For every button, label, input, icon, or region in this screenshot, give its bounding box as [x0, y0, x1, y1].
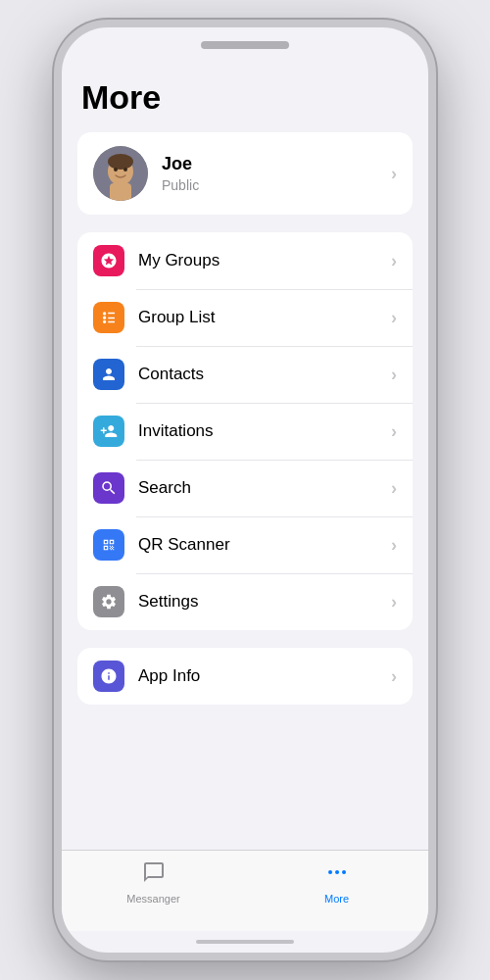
qr-scanner-label: QR Scanner	[138, 535, 383, 555]
invitations-chevron: ›	[391, 421, 397, 442]
search-icon	[93, 472, 124, 504]
profile-card: Joe Public ›	[77, 132, 413, 215]
menu-item-qr-scanner[interactable]: QR Scanner›	[77, 516, 413, 573]
menu-item-my-groups[interactable]: My Groups›	[77, 232, 413, 289]
svg-point-4	[114, 168, 118, 172]
tab-messanger-label: Messanger	[126, 893, 179, 905]
settings-chevron: ›	[391, 592, 397, 612]
svg-point-7	[335, 870, 339, 874]
avatar	[93, 146, 148, 201]
main-content: More	[62, 71, 428, 850]
profile-row[interactable]: Joe Public ›	[77, 132, 413, 215]
menu-item-invitations[interactable]: Invitations›	[77, 403, 413, 460]
svg-point-5	[123, 168, 127, 172]
tab-more[interactable]: More	[245, 860, 428, 905]
settings-icon	[93, 586, 124, 617]
tab-messanger-icon	[142, 860, 166, 890]
tab-more-icon	[325, 860, 349, 890]
svg-rect-1	[110, 183, 131, 201]
search-label: Search	[138, 478, 383, 498]
menu-item-contacts[interactable]: Contacts›	[77, 346, 413, 403]
tab-messanger[interactable]: Messanger	[62, 860, 245, 905]
settings-label: Settings	[138, 592, 383, 612]
my-groups-chevron: ›	[391, 251, 397, 271]
svg-point-3	[108, 154, 133, 170]
invitations-icon	[93, 416, 124, 447]
invitations-label: Invitations	[138, 421, 383, 441]
contacts-label: Contacts	[138, 365, 383, 384]
status-bar	[62, 27, 428, 71]
menu-item-search[interactable]: Search›	[77, 460, 413, 516]
my-groups-label: My Groups	[138, 251, 383, 270]
contacts-icon	[93, 359, 124, 390]
home-indicator	[62, 931, 428, 953]
app-info-label: App Info	[138, 666, 383, 686]
contacts-chevron: ›	[391, 365, 397, 385]
speaker	[201, 41, 289, 49]
menu-item-settings[interactable]: Settings›	[77, 573, 413, 630]
tab-more-label: More	[324, 893, 349, 905]
app-info-icon	[93, 661, 124, 692]
group-list-icon	[93, 302, 124, 333]
app-info-chevron: ›	[391, 666, 397, 687]
group-list-label: Group List	[138, 308, 383, 327]
menu-list-2: App Info›	[77, 648, 413, 705]
page-title: More	[77, 71, 413, 132]
profile-chevron: ›	[391, 164, 397, 184]
home-bar	[196, 940, 294, 944]
qr-scanner-icon	[93, 529, 124, 561]
tab-bar: MessangerMore	[62, 850, 428, 931]
profile-info: Joe Public	[162, 154, 383, 193]
svg-point-6	[328, 870, 332, 874]
profile-name: Joe	[162, 154, 383, 175]
menu-list-1: My Groups›Group List›Contacts›Invitation…	[77, 232, 413, 630]
menu-item-group-list[interactable]: Group List›	[77, 289, 413, 346]
svg-point-8	[342, 870, 346, 874]
qr-scanner-chevron: ›	[391, 535, 397, 556]
my-groups-icon	[93, 245, 124, 276]
menu-item-app-info[interactable]: App Info›	[77, 648, 413, 705]
search-chevron: ›	[391, 478, 397, 499]
phone-frame: More	[54, 20, 436, 960]
profile-subtitle: Public	[162, 177, 383, 193]
group-list-chevron: ›	[391, 308, 397, 328]
